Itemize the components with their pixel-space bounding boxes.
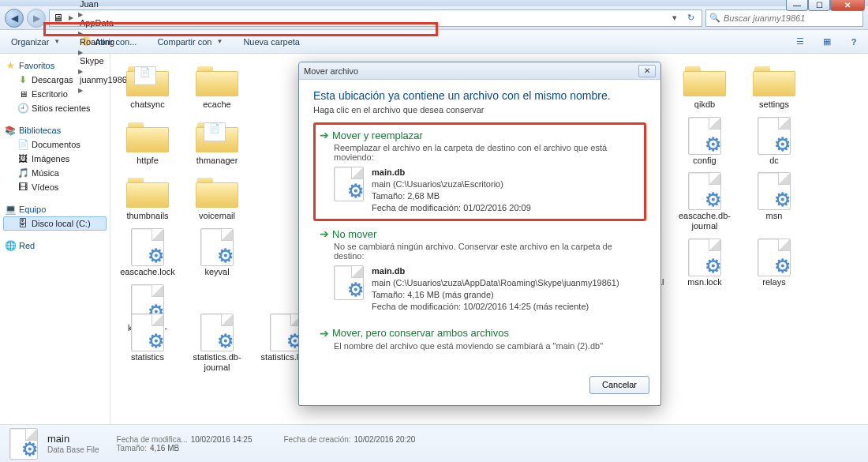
folder-icon [751, 62, 797, 98]
close-button[interactable] [830, 0, 865, 11]
help-button[interactable] [846, 34, 862, 50]
sidebar-item-imagenes[interactable]: Imágenes [3, 152, 107, 166]
gear-file-icon [125, 229, 170, 265]
sidebar-item-sitios-recientes[interactable]: Sitios recientes [3, 101, 107, 115]
chevron-right-icon[interactable]: ▶ [77, 11, 84, 18]
arrow-right-icon: ➔ [320, 129, 329, 141]
computer-label: Equipo [19, 205, 46, 214]
download-icon [17, 74, 28, 85]
documents-icon [17, 139, 28, 150]
file-label: statistics [131, 352, 164, 362]
gear-file-icon [682, 173, 728, 209]
folder-icon [194, 173, 240, 209]
sidebar-item-videos[interactable]: Vídeos [3, 180, 107, 194]
dialog-titlebar[interactable]: Mover archivo ✕ [299, 62, 660, 80]
file-item[interactable]: chatsync [117, 62, 178, 110]
sidebar-item-disco-local-c[interactable]: Disco local (C:) [3, 216, 107, 231]
option-do-not-move[interactable]: ➔No mover No se cambiará ningún archivo.… [313, 221, 646, 320]
file-item[interactable]: msn.lock [674, 239, 735, 287]
file-item[interactable]: dc [743, 118, 805, 166]
file-icon [334, 167, 364, 201]
file-item[interactable]: qikdb [674, 62, 735, 110]
file-label: keyval [204, 267, 229, 277]
file-item[interactable]: statistics [117, 314, 178, 372]
share-with-menu[interactable]: Compartir con▼ [152, 36, 227, 48]
file-label: msn [766, 211, 783, 221]
address-dropdown[interactable]: ▾ [668, 13, 681, 23]
file-item[interactable]: voicemail [186, 173, 248, 221]
cancel-button[interactable]: Cancelar [589, 376, 649, 394]
arrow-right-icon: ➔ [320, 227, 329, 240]
gear-file-icon [682, 239, 728, 276]
file-item[interactable]: keyval [186, 229, 248, 277]
navigation-sidebar: Favoritos Descargas Escritorio Sitios re… [0, 54, 110, 424]
music-icon [17, 167, 28, 178]
folder-icon [194, 62, 240, 98]
file-item[interactable]: relays [743, 239, 805, 287]
file-item[interactable]: eascache.db-journal [674, 173, 735, 231]
file-label: qikdb [694, 100, 715, 110]
chevron-right-icon[interactable]: ▶ [77, 68, 84, 75]
network-label: Red [19, 241, 35, 250]
refresh-button[interactable]: ↻ [683, 13, 698, 23]
navigation-bar: ◀ ▶ ▶ Equipo▶Disco local (C:)▶Usuarios▶J… [0, 6, 868, 30]
sidebar-item-musica[interactable]: Música [3, 166, 107, 180]
breadcrumb-segment[interactable]: Juan [77, 0, 142, 9]
option-move-keep-both[interactable]: ➔Mover, pero conservar ambos archivos El… [313, 321, 646, 363]
view-options-button[interactable] [819, 34, 835, 50]
share-label: Compartir con [157, 37, 211, 47]
arrow-right-icon: ➔ [320, 327, 329, 340]
chevron-right-icon[interactable]: ▶ [77, 49, 84, 56]
chevron-right-icon[interactable]: ▶ [77, 87, 84, 94]
file-item[interactable]: settings [743, 62, 805, 110]
file-item[interactable]: thmanager [186, 118, 248, 166]
computer-icon [5, 204, 16, 215]
network-icon [5, 240, 16, 251]
file-item[interactable]: msn [743, 173, 805, 231]
computer-header[interactable]: Equipo [3, 202, 107, 216]
newfolder-label: Nueva carpeta [243, 37, 300, 47]
layout-panes-button[interactable] [792, 34, 808, 50]
organize-menu[interactable]: Organizar▼ [6, 36, 65, 48]
organize-label: Organizar [11, 37, 49, 47]
option-move-and-replace[interactable]: ➔Mover y reemplazar Reemplazar el archiv… [313, 122, 646, 221]
file-label: httpfe [137, 156, 159, 166]
network-header[interactable]: Red [3, 239, 107, 253]
favorites-label: Favoritos [19, 61, 54, 70]
new-folder-button[interactable]: Nueva carpeta [238, 36, 305, 48]
back-button[interactable]: ◀ [5, 9, 24, 28]
file-label: config [693, 156, 716, 166]
search-box[interactable] [705, 9, 863, 27]
chevron-right-icon[interactable]: ▶ [67, 14, 75, 21]
file-item[interactable]: httpfe [117, 118, 178, 166]
forward-button[interactable]: ▶ [27, 9, 46, 28]
gear-file-icon [125, 314, 170, 351]
dialog-close-button[interactable]: ✕ [638, 65, 656, 77]
library-icon [5, 125, 16, 136]
libraries-header[interactable]: Bibliotecas [3, 123, 107, 137]
minimize-button[interactable] [786, 0, 808, 11]
selected-file-name: main [47, 433, 99, 445]
dialog-title: Mover archivo [304, 66, 358, 76]
file-item[interactable]: statistics.db-journal [186, 314, 248, 372]
dialog-subline: Haga clic en el archivo que desea conser… [313, 105, 646, 115]
recent-icon [17, 103, 28, 114]
gear-file-icon [194, 314, 240, 351]
file-item[interactable]: thumbnails [117, 173, 178, 221]
search-input[interactable] [724, 13, 859, 23]
search-icon [709, 13, 720, 23]
breadcrumb-segment[interactable]: AppData [77, 18, 142, 28]
file-label: eascache.db-journal [674, 211, 735, 231]
breadcrumb-segment[interactable]: Roaming [77, 37, 142, 47]
chevron-right-icon[interactable]: ▶ [77, 30, 84, 37]
file-item[interactable]: ecache [186, 62, 248, 110]
address-bar[interactable]: ▶ Equipo▶Disco local (C:)▶Usuarios▶Juan▶… [49, 9, 702, 27]
file-item[interactable]: config [674, 118, 735, 166]
file-item[interactable]: eascache.lock [117, 229, 178, 277]
folder-icon [125, 62, 170, 98]
maximize-button[interactable] [808, 0, 830, 11]
file-label: settings [759, 100, 789, 110]
sidebar-item-documentos[interactable]: Documentos [3, 137, 107, 152]
file-label: msn.lock [687, 277, 721, 287]
images-icon [17, 153, 28, 164]
